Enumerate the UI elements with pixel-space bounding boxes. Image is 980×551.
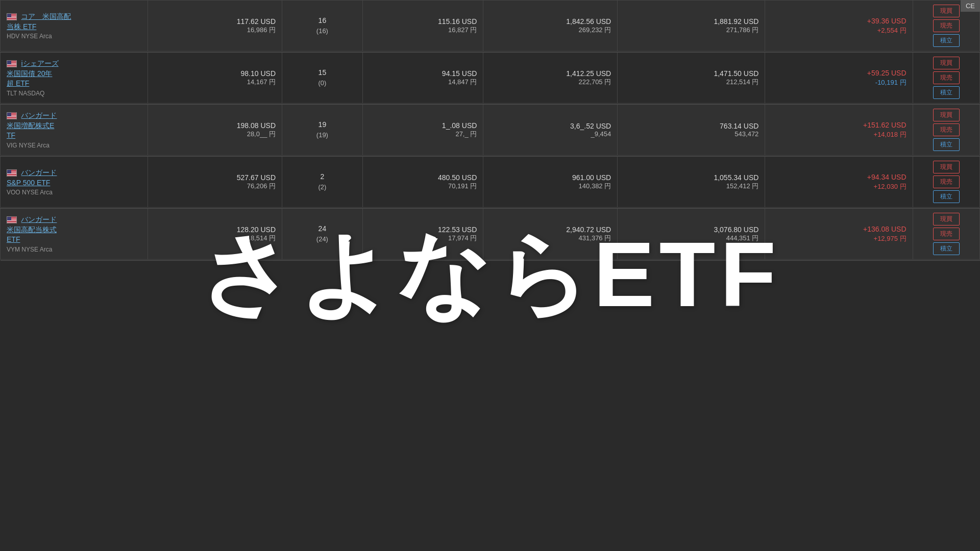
genbai-button[interactable]: 現売 bbox=[933, 71, 960, 84]
value-usd: 3,076.80 USD bbox=[624, 226, 758, 234]
genkan-button[interactable]: 現買 bbox=[933, 213, 960, 226]
avg-jpy: 17,974 円 bbox=[369, 234, 477, 243]
value-jpy: 271,786 円 bbox=[624, 26, 758, 35]
asset-ticker: VOO NYSE Arca bbox=[7, 189, 141, 196]
avg-price-cell: 122.53 USD 17,974 円 bbox=[362, 209, 483, 260]
genbai-button[interactable]: 現売 bbox=[933, 123, 960, 136]
cost-jpy: _9,454 bbox=[489, 130, 611, 138]
gain-cell: +59.25 USD -10,191 円 bbox=[765, 53, 913, 104]
action-buttons-cell: 現買 現売 積立 bbox=[913, 209, 979, 260]
asset-flag: バンガード米国高配当株式ETF bbox=[7, 215, 141, 245]
avg-price-cell: 115.16 USD 16,827 円 bbox=[362, 1, 483, 52]
avg-price-cell: 94.15 USD 14,847 円 bbox=[362, 53, 483, 104]
value-jpy: 444,351 円 bbox=[624, 234, 758, 243]
qty-sub: (19) bbox=[288, 130, 356, 141]
tsumitate-button[interactable]: 積立 bbox=[933, 242, 960, 255]
avg-price-cell: 1_.08 USD 27,_ 円 bbox=[362, 105, 483, 156]
portfolio-table: コア 米国高配当株 ETF HDV NYSE Arca 117.62 USD 1… bbox=[0, 0, 980, 261]
avg-jpy: 27,_ 円 bbox=[369, 130, 477, 139]
genkan-button[interactable]: 現買 bbox=[933, 109, 960, 121]
price-cell: 117.62 USD 16,986 円 bbox=[148, 1, 282, 52]
table-row: iシェアーズ米国国債 20年超 ETF TLT NASDAQ 98.10 USD… bbox=[1, 53, 980, 104]
asset-ticker: VYM NYSE Arca bbox=[7, 246, 141, 253]
asset-flag: iシェアーズ米国国債 20年超 ETF bbox=[7, 59, 141, 89]
price-usd: 98.10 USD bbox=[154, 69, 276, 78]
action-buttons-cell: 現買 現売 積立 bbox=[913, 105, 979, 156]
genkan-button[interactable]: 現買 bbox=[933, 5, 960, 17]
value-usd: 1,055.34 USD bbox=[624, 173, 758, 182]
table-row: バンガードS&P 500 ETF VOO NYSE Arca 527.67 US… bbox=[1, 157, 980, 208]
asset-flag: コア 米国高配当株 ETF bbox=[7, 12, 141, 32]
price-cell: 527.67 USD 76,206 円 bbox=[148, 157, 282, 208]
price-usd: 117.62 USD bbox=[154, 17, 276, 26]
avg-usd: 122.53 USD bbox=[369, 226, 477, 234]
asset-name-cell: コア 米国高配当株 ETF HDV NYSE Arca bbox=[1, 1, 148, 52]
gain-usd: +59.25 USD bbox=[867, 69, 906, 77]
avg-usd: 480.50 USD bbox=[369, 173, 477, 182]
gain-jpy: +12,030 円 bbox=[874, 183, 906, 190]
tsumitate-button[interactable]: 積立 bbox=[933, 34, 960, 47]
action-buttons: 現買 現売 積立 bbox=[919, 213, 973, 255]
gain-usd: +151.62 USD bbox=[863, 121, 906, 129]
qty-main: 16 bbox=[288, 15, 356, 26]
cost-jpy: 269,232 円 bbox=[489, 26, 611, 35]
cost-jpy: 140,382 円 bbox=[489, 182, 611, 191]
cost-cell: 1,412.25 USD 222,705 円 bbox=[483, 53, 618, 104]
gain-usd: +39.36 USD bbox=[867, 17, 906, 25]
price-jpy: 16,986 円 bbox=[154, 26, 276, 35]
value-cell: 1,471.50 USD 212,514 円 bbox=[618, 53, 765, 104]
genbai-button[interactable]: 現売 bbox=[933, 176, 960, 188]
asset-flag: バンガードS&P 500 ETF bbox=[7, 168, 141, 188]
qty-main: 19 bbox=[288, 119, 356, 130]
table-row: コア 米国高配当株 ETF HDV NYSE Arca 117.62 USD 1… bbox=[1, 1, 980, 52]
qty-main: 15 bbox=[288, 67, 356, 78]
action-buttons: 現買 現売 積立 bbox=[919, 109, 973, 151]
action-buttons: 現買 現売 積立 bbox=[919, 161, 973, 203]
gain-jpy: +12,975 円 bbox=[874, 235, 906, 242]
price-cell: 98.10 USD 14,167 円 bbox=[148, 53, 282, 104]
genbai-button[interactable]: 現売 bbox=[933, 19, 960, 32]
asset-name-cell: iシェアーズ米国国債 20年超 ETF TLT NASDAQ bbox=[1, 53, 148, 104]
qty-sub: (2) bbox=[288, 182, 356, 193]
cost-jpy: 431,376 円 bbox=[489, 234, 611, 243]
price-usd: 198.08 USD bbox=[154, 121, 276, 130]
flag-icon bbox=[7, 13, 17, 20]
action-buttons-cell: 現買 現売 積立 bbox=[913, 53, 979, 104]
quantity-cell: 16 (16) bbox=[282, 1, 363, 52]
cost-usd: 1,412.25 USD bbox=[489, 69, 611, 78]
quantity-cell: 2 (2) bbox=[282, 157, 363, 208]
separator-row bbox=[1, 260, 980, 261]
cost-usd: 2,940.72 USD bbox=[489, 226, 611, 234]
value-usd: 763.14 USD bbox=[624, 122, 758, 130]
asset-ticker: HDV NYSE Arca bbox=[7, 33, 141, 40]
genbai-button[interactable]: 現売 bbox=[933, 228, 960, 240]
gain-usd: +136.08 USD bbox=[863, 225, 906, 233]
price-cell: 128.20 USD 18,514 円 bbox=[148, 209, 282, 260]
value-jpy: 543,472 bbox=[624, 130, 758, 138]
value-usd: 1,881.92 USD bbox=[624, 17, 758, 26]
gain-jpy: +14,018 円 bbox=[874, 131, 906, 138]
price-usd: 527.67 USD bbox=[154, 173, 276, 182]
cost-usd: 1,842.56 USD bbox=[489, 17, 611, 26]
avg-jpy: 70,191 円 bbox=[369, 182, 477, 191]
price-jpy: 76,206 円 bbox=[154, 182, 276, 191]
tsumitate-button[interactable]: 積立 bbox=[933, 138, 960, 151]
avg-jpy: 14,847 円 bbox=[369, 78, 477, 87]
quantity-cell: 24 (24) bbox=[282, 209, 363, 260]
value-cell: 1,881.92 USD 271,786 円 bbox=[618, 1, 765, 52]
tsumitate-button[interactable]: 積立 bbox=[933, 190, 960, 203]
value-jpy: 152,412 円 bbox=[624, 182, 758, 191]
value-cell: 763.14 USD 543,472 bbox=[618, 105, 765, 156]
asset-name-cell: バンガード米国高配当株式ETF VYM NYSE Arca bbox=[1, 209, 148, 260]
qty-sub: (0) bbox=[288, 78, 356, 89]
flag-icon bbox=[7, 60, 17, 67]
asset-ticker: VIG NYSE Arca bbox=[7, 142, 141, 149]
genkan-button[interactable]: 現買 bbox=[933, 57, 960, 69]
avg-usd: 94.15 USD bbox=[369, 69, 477, 78]
cost-cell: 1,842.56 USD 269,232 円 bbox=[483, 1, 618, 52]
tsumitate-button[interactable]: 積立 bbox=[933, 86, 960, 99]
gain-jpy: -10,191 円 bbox=[875, 79, 906, 86]
price-usd: 128.20 USD bbox=[154, 226, 276, 234]
price-jpy: 28,0__ 円 bbox=[154, 130, 276, 139]
genkan-button[interactable]: 現買 bbox=[933, 161, 960, 173]
